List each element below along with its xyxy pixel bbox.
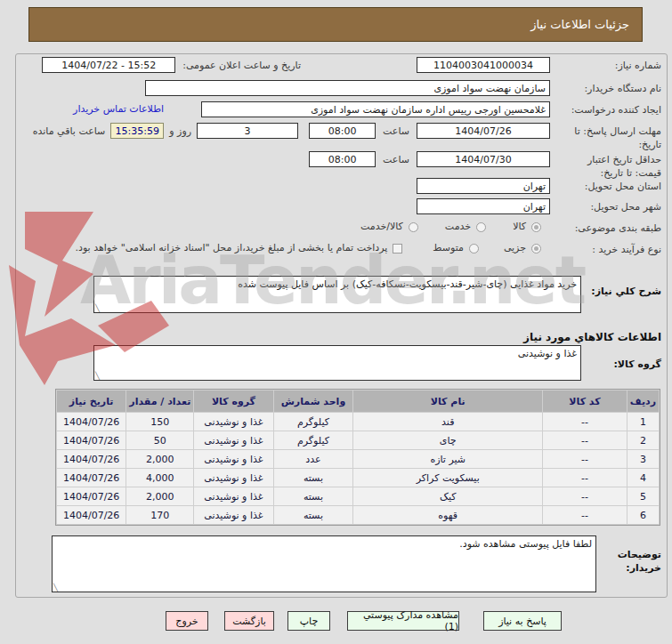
- radio-process-minor[interactable]: [531, 244, 541, 254]
- announce-label: تاریخ و ساعت اعلان عمومی:: [182, 57, 301, 72]
- treasury-checkbox[interactable]: [393, 244, 402, 254]
- goods-group-label: گروه کالا:: [613, 356, 661, 371]
- back-button[interactable]: بازگشت: [224, 611, 274, 631]
- cell-date: 1404/07/26: [57, 469, 125, 487]
- cell-qty: 170: [126, 506, 193, 524]
- radio-class-goods-label: کالا: [513, 220, 526, 234]
- page-title: جزئیات اطلاعات نیاز: [530, 18, 629, 31]
- classification-label: طبقه بندی موضوعی:: [550, 220, 661, 235]
- cell-row: 3: [627, 450, 659, 468]
- cell-group: غذا و نوشیدنی: [194, 487, 272, 505]
- validity-time-field[interactable]: 08:00: [309, 151, 376, 167]
- cell-qty: 2,000: [126, 487, 193, 505]
- reply-to-need-button[interactable]: پاسخ به نیاز: [483, 611, 562, 631]
- province-field[interactable]: تهران: [417, 178, 550, 194]
- cell-date: 1404/07/26: [57, 487, 125, 505]
- deadline-time-field[interactable]: 08:00: [309, 123, 376, 139]
- window-title-bar: جزئیات اطلاعات نیاز: [28, 7, 643, 42]
- exit-button[interactable]: خروج: [166, 611, 208, 631]
- cell-group: غذا و نوشیدنی: [194, 450, 272, 468]
- cell-unit: بسته: [274, 487, 353, 505]
- cell-name: قند: [353, 413, 542, 431]
- goods-group-textarea[interactable]: غذا و نوشیدنی ╲: [93, 345, 581, 381]
- radio-class-service-label: خدمت: [445, 220, 471, 234]
- table-row: 3 -- شیر تازه عدد غذا و نوشیدنی 2,000 14…: [57, 450, 659, 468]
- resize-handle-icon[interactable]: ╲: [95, 373, 100, 380]
- province-label: استان محل تحویل:: [550, 178, 661, 193]
- radio-class-service[interactable]: [476, 222, 486, 232]
- remaining-time-display: 15:35:59: [110, 123, 164, 139]
- cell-row: 4: [627, 469, 659, 487]
- cell-unit: کیلوگرم: [274, 413, 353, 431]
- days-and-label: روز و: [169, 123, 191, 138]
- cell-row: 1: [627, 413, 659, 431]
- creator-field[interactable]: غلامحسین اورجی رییس اداره سازمان نهضت سو…: [201, 101, 550, 117]
- buyer-notes-label: توضیحات خریدار:: [606, 546, 661, 575]
- table-row: 6 -- قهوه بسته غذا و نوشیدنی 170 1404/07…: [57, 506, 659, 524]
- table-row: 1 -- قند کیلوگرم غذا و نوشیدنی 150 1404/…: [57, 413, 659, 431]
- cell-date: 1404/07/26: [57, 413, 125, 431]
- goods-info-header: اطلاعات کالاهاي مورد نیاز: [523, 329, 661, 344]
- table-row: 5 -- کیک بسته غذا و نوشیدنی 2,000 1404/0…: [57, 487, 659, 505]
- buyer-notes-textarea[interactable]: لطفا فایل پیوستی مشاهده شود. ╲: [52, 535, 596, 592]
- cell-date: 1404/07/26: [57, 450, 125, 468]
- print-button[interactable]: چاپ: [287, 611, 330, 631]
- buyer-contact-link[interactable]: اطلاعات تماس خریدار: [73, 101, 164, 115]
- cell-row: 6: [627, 506, 659, 524]
- cell-qty: 2,000: [126, 450, 193, 468]
- view-attachments-button[interactable]: مشاهده مدارک پیوستي (1): [347, 611, 459, 631]
- cell-unit: بسته: [274, 506, 353, 524]
- need-number-field[interactable]: 1104003041000034: [417, 57, 550, 73]
- desc-label: شرح کلي نیاز:: [591, 283, 661, 298]
- cell-name: بیسکویت کراکر: [353, 469, 542, 487]
- desc-text: خرید مواد غذایی (چای-شیر-قند-بیسکویت-نسک…: [98, 278, 577, 290]
- cell-group: غذا و نوشیدنی: [194, 413, 272, 431]
- cell-code: --: [543, 469, 627, 487]
- resize-handle-icon[interactable]: ╲: [53, 584, 58, 592]
- cell-qty: 150: [126, 413, 193, 431]
- cell-row: 5: [627, 487, 659, 505]
- cell-code: --: [543, 431, 627, 449]
- announce-datetime-field[interactable]: 1404/07/22 - 15:52: [42, 57, 175, 73]
- cell-row: 2: [627, 431, 659, 449]
- buyer-org-field[interactable]: سازمان نهضت سواد اموزی: [145, 80, 550, 96]
- goods-group-text: غذا و نوشیدنی: [98, 348, 577, 359]
- city-field[interactable]: تهران: [417, 198, 550, 214]
- col-group: گروه کالا: [194, 390, 272, 412]
- radio-class-goods[interactable]: [531, 222, 541, 232]
- treasury-checkbox-label: پرداخت تمام یا بخشی از مبلغ خرید،از محل …: [76, 241, 388, 255]
- radio-process-medium[interactable]: [469, 244, 479, 254]
- col-unit: واحد شمارش: [274, 390, 353, 412]
- cell-code: --: [543, 413, 627, 431]
- radio-class-goods-service-label: کالا/خدمت: [360, 220, 403, 234]
- cell-name: کیک: [353, 487, 542, 505]
- validity-date-field[interactable]: 1404/07/30: [417, 151, 550, 167]
- col-row-number: ردیف: [627, 390, 659, 412]
- city-label: شهر محل تحویل:: [550, 198, 661, 213]
- creator-label: ایجاد کننده درخواست:: [550, 101, 661, 117]
- cell-unit: بسته: [274, 469, 353, 487]
- deadline-date-field[interactable]: 1404/07/26: [417, 123, 550, 139]
- radio-process-minor-label: جزیی: [504, 241, 526, 255]
- cell-name: قهوه: [353, 506, 542, 524]
- resize-handle-icon[interactable]: ╲: [95, 305, 100, 312]
- col-item-name: نام کالا: [353, 390, 542, 412]
- cell-group: غذا و نوشیدنی: [194, 469, 272, 487]
- cell-unit: کیلوگرم: [274, 431, 353, 449]
- deadline-label: مهلت ارسال پاسخ: تا تاریخ:: [550, 123, 661, 151]
- cell-unit: عدد: [274, 450, 353, 468]
- validity-hour-label: ساعت: [383, 151, 409, 166]
- validity-label: حداقل تاریخ اعتبار قیمت: تا تاریخ:: [550, 151, 661, 180]
- table-row: 4 -- بیسکویت کراکر بسته غذا و نوشیدنی 4,…: [57, 469, 659, 487]
- cell-code: --: [543, 506, 627, 524]
- radio-class-goods-service[interactable]: [409, 222, 418, 232]
- goods-table: ردیف کد کالا نام کالا واحد شمارش گروه کا…: [55, 389, 660, 526]
- col-need-date: تاریخ نیاز: [57, 390, 125, 412]
- deadline-hour-label: ساعت: [383, 123, 409, 138]
- cell-qty: 50: [126, 431, 193, 449]
- days-remaining-field[interactable]: 3: [197, 123, 298, 139]
- cell-date: 1404/07/26: [57, 431, 125, 449]
- desc-textarea[interactable]: خرید مواد غذایی (چای-شیر-قند-بیسکویت-نسک…: [93, 276, 581, 313]
- goods-table-header-row: ردیف کد کالا نام کالا واحد شمارش گروه کا…: [57, 390, 659, 412]
- buyer-org-label: نام دستگاه خریدار:: [550, 80, 661, 95]
